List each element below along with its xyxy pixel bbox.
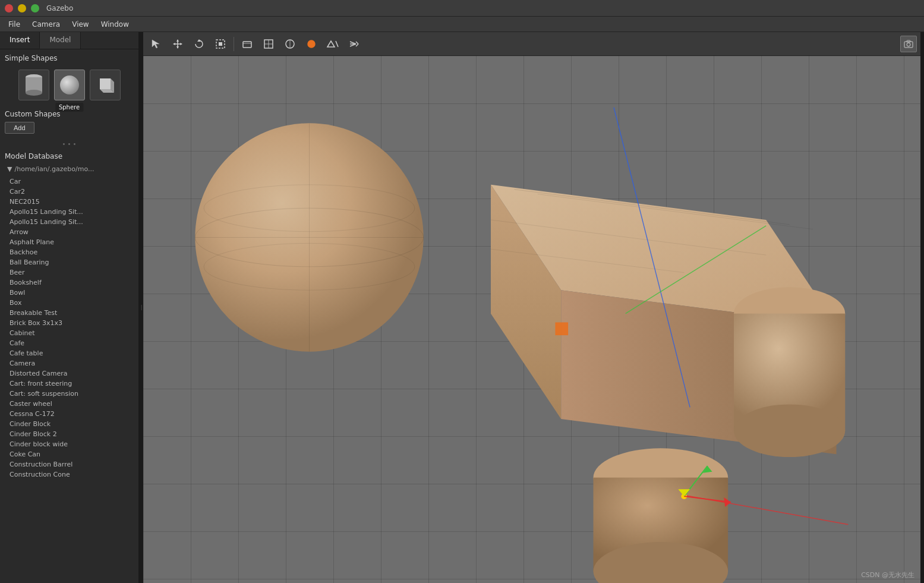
model-list-item[interactable]: Backhoe (7, 247, 136, 257)
menu-camera[interactable]: Camera (26, 18, 66, 30)
model-tree[interactable]: ▼ /home/ian/.gazebo/mo... (5, 164, 134, 174)
model-database-section: Model Database ▼ /home/ian/.gazebo/mo... (0, 150, 138, 177)
model-list-item[interactable]: Construction Barrel (7, 459, 136, 469)
svg-rect-16 (243, 42, 251, 48)
model-list-item[interactable]: Cabinet (7, 328, 136, 338)
model-list-item[interactable]: Car (7, 177, 136, 187)
model-list-item[interactable]: Cessna C-172 (7, 409, 136, 419)
window-title: Gazebo (46, 4, 73, 12)
model-database-title: Model Database (5, 152, 134, 160)
svg-line-28 (356, 42, 358, 44)
tree-root-item[interactable]: ▼ /home/ian/.gazebo/mo... (7, 164, 134, 174)
translate-tool-button[interactable] (168, 35, 187, 53)
svg-marker-11 (173, 43, 175, 45)
add-button[interactable]: Add (5, 122, 34, 134)
model-list-item[interactable]: Ball Bearing (7, 257, 136, 267)
shape3-icon (285, 39, 295, 49)
model-list-item[interactable]: Brick Box 3x1x3 (7, 318, 136, 328)
custom-shapes-section: Custom Shapes Add (0, 108, 138, 138)
model-list-item[interactable]: Cinder Block 2 (7, 429, 136, 439)
model-list-item[interactable]: Coke Can (7, 449, 136, 459)
model-list-item[interactable]: Cafe table (7, 348, 136, 358)
svg-point-31 (907, 43, 910, 46)
translate-icon (172, 39, 183, 49)
cylinder-icon (24, 73, 43, 97)
tool-shape5-button[interactable] (323, 35, 342, 53)
model-list-item[interactable]: Apollo15 Landing Sit... (7, 207, 136, 217)
model-list-item[interactable]: Cafe (7, 338, 136, 348)
minimize-button[interactable] (18, 4, 26, 12)
model-list-item[interactable]: Cinder block wide (7, 439, 136, 449)
shape-cylinder-button[interactable] (18, 70, 49, 100)
menu-window[interactable]: Window (95, 18, 135, 30)
tree-root-path: /home/ian/.gazebo/mo... (14, 165, 94, 173)
toolbar (143, 32, 920, 56)
close-button[interactable] (5, 4, 13, 12)
tab-insert[interactable]: Insert (0, 32, 40, 49)
tool-shape3-button[interactable] (280, 35, 299, 53)
svg-marker-6 (152, 40, 159, 48)
svg-line-29 (356, 44, 358, 46)
tab-bar: Insert Model (0, 32, 138, 49)
shape5-icon (326, 39, 339, 49)
tool-shape4-button[interactable] (302, 35, 321, 53)
model-list-item[interactable]: Construction Cone (7, 469, 136, 480)
model-list-item[interactable]: Caster wheel (7, 399, 136, 409)
tool-shape2-button[interactable] (259, 35, 278, 53)
tab-model[interactable]: Model (40, 32, 81, 49)
svg-marker-3 (100, 78, 111, 89)
rotate-icon (194, 39, 204, 49)
3d-scene (143, 56, 920, 583)
3d-canvas[interactable]: CSDN @无水先生 (143, 56, 920, 583)
model-list-item[interactable]: Camera (7, 358, 136, 368)
shape4-icon (306, 39, 317, 49)
model-list-item[interactable]: Bookshelf (7, 278, 136, 288)
watermark-text: CSDN @无水先生 (861, 571, 914, 579)
tool-arrow-button[interactable] (345, 35, 364, 53)
model-list-item[interactable]: Apollo15 Landing Sit... (7, 217, 136, 227)
model-list-item[interactable]: Bowl (7, 288, 136, 298)
svg-point-2 (26, 90, 42, 96)
model-list-item[interactable]: Cinder Block (7, 419, 136, 429)
tree-expand-icon: ▼ (7, 165, 12, 173)
svg-marker-12 (180, 43, 182, 45)
maximize-button[interactable] (31, 4, 39, 12)
toolbar-separator-1 (234, 37, 234, 51)
svg-point-49 (734, 404, 845, 457)
svg-marker-10 (176, 46, 179, 49)
box-icon (95, 75, 115, 95)
model-list-item[interactable]: Breakable Test (7, 308, 136, 318)
model-list-item[interactable]: Box (7, 298, 136, 308)
model-list[interactable]: CarCar2NEC2015Apollo15 Landing Sit...Apo… (0, 177, 138, 583)
model-list-item[interactable]: Asphalt Plane (7, 237, 136, 247)
model-list-item[interactable]: Beer (7, 267, 136, 278)
model-list-item[interactable]: Distorted Camera (7, 368, 136, 379)
shape-box-button[interactable] (90, 70, 121, 100)
arrow-icon (349, 39, 359, 49)
model-list-item[interactable]: Cart: front steering (7, 379, 136, 389)
simple-shapes-section: Simple Shapes (0, 49, 138, 108)
sphere-tooltip: Sphere (55, 103, 83, 112)
model-list-item[interactable]: NEC2015 (7, 197, 136, 207)
menu-file[interactable]: File (2, 18, 26, 30)
scale-tool-button[interactable] (211, 35, 230, 53)
tool-shape1-button[interactable] (238, 35, 257, 53)
shape-sphere-button[interactable]: Sphere (54, 70, 85, 100)
menu-view[interactable]: View (66, 18, 94, 30)
titlebar: Gazebo (0, 0, 924, 17)
svg-rect-15 (219, 42, 222, 46)
rotate-tool-button[interactable] (190, 35, 209, 53)
panel-dots: • • • (0, 138, 138, 150)
viewport: CSDN @无水先生 (143, 32, 920, 583)
model-list-item[interactable]: Arrow (7, 227, 136, 237)
main-layout: Insert Model Simple Shapes (0, 32, 924, 583)
select-tool-button[interactable] (147, 35, 166, 53)
model-list-item[interactable]: Cart: soft suspension (7, 389, 136, 399)
svg-point-23 (308, 40, 315, 48)
camera-icon (904, 40, 913, 48)
svg-rect-46 (555, 322, 568, 335)
model-list-item[interactable]: Car2 (7, 187, 136, 197)
camera-snapshot-button[interactable] (900, 36, 917, 52)
shape2-icon (263, 39, 274, 49)
right-resize-handle[interactable] (920, 32, 924, 583)
